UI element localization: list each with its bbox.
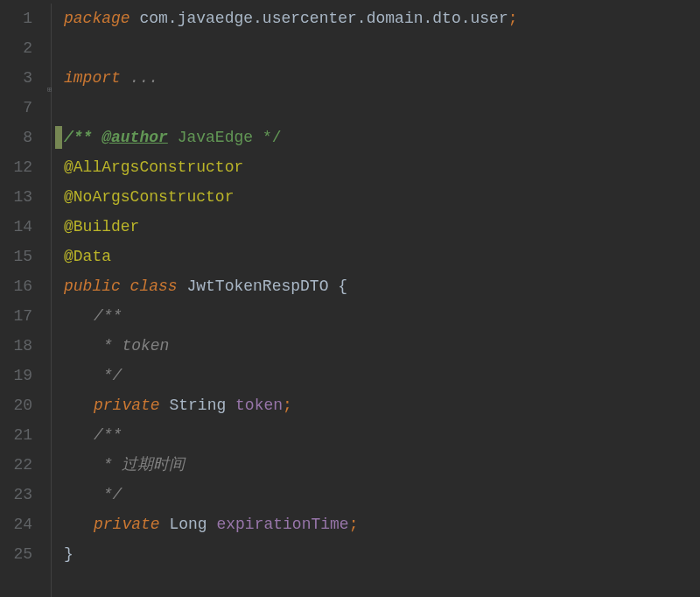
keyword-private: private bbox=[94, 516, 160, 533]
class-name: JwtTokenRespDTO bbox=[178, 277, 339, 295]
code-line-empty[interactable] bbox=[48, 93, 700, 123]
code-line[interactable]: /** bbox=[48, 301, 700, 331]
code-line[interactable]: @Builder bbox=[48, 212, 700, 242]
line-number[interactable]: 17 bbox=[0, 301, 32, 331]
line-number[interactable]: 1 bbox=[0, 4, 32, 33]
code-line[interactable]: /** @author JavaEdge */ bbox=[48, 123, 700, 152]
line-number[interactable]: 18 bbox=[0, 331, 32, 361]
annotation-noargs: @NoArgsConstructor bbox=[64, 188, 234, 206]
line-number[interactable]: 3 bbox=[0, 63, 32, 93]
code-line[interactable]: * token bbox=[48, 331, 700, 361]
code-line[interactable]: @Data bbox=[48, 242, 700, 271]
annotation-allargs: @AllArgsConstructor bbox=[64, 158, 243, 176]
line-number[interactable]: 16 bbox=[0, 271, 32, 301]
code-line[interactable]: private String token; bbox=[48, 390, 700, 420]
javadoc-close: */ bbox=[64, 367, 122, 384]
code-line[interactable]: public class JwtTokenRespDTO { bbox=[48, 271, 700, 301]
brace-open: { bbox=[338, 277, 347, 295]
code-editor: 1 2 3 7 8 12 13 14 15 16 17 18 19 20 21 … bbox=[0, 4, 700, 597]
line-number[interactable]: 22 bbox=[0, 450, 32, 480]
brace-close: } bbox=[64, 545, 74, 563]
field-expiration: expirationTime bbox=[216, 516, 348, 533]
javadoc-body: * token bbox=[64, 337, 169, 355]
javadoc-open: /** bbox=[64, 426, 122, 444]
line-number[interactable]: 19 bbox=[0, 361, 32, 390]
line-number[interactable]: 12 bbox=[0, 152, 32, 182]
package-path: com.javaedge.usercenter.domain.dto.user bbox=[130, 10, 508, 27]
keyword-import: import bbox=[64, 69, 121, 87]
keyword-package: package bbox=[64, 10, 130, 27]
keyword-public: public bbox=[64, 277, 121, 295]
javadoc-close: */ bbox=[64, 486, 122, 503]
field-token: token bbox=[235, 397, 283, 414]
line-number[interactable]: 2 bbox=[0, 33, 32, 63]
code-line[interactable]: private Long expirationTime; bbox=[48, 509, 700, 539]
type-string: String bbox=[160, 397, 235, 414]
type-long: Long bbox=[160, 516, 217, 533]
annotation-builder: @Builder bbox=[64, 218, 139, 235]
line-number[interactable]: 14 bbox=[0, 212, 32, 242]
javadoc-open: /** bbox=[64, 129, 102, 146]
code-area[interactable]: package com.javaedge.usercenter.domain.d… bbox=[48, 4, 700, 597]
javadoc-close: */ bbox=[262, 129, 282, 146]
line-number[interactable]: 8 bbox=[0, 123, 32, 152]
fold-expand-icon[interactable]: ⊞ bbox=[47, 75, 55, 83]
semicolon: ; bbox=[508, 10, 518, 27]
javadoc-author-tag: @author bbox=[102, 129, 168, 146]
line-gutter: 1 2 3 7 8 12 13 14 15 16 17 18 19 20 21 … bbox=[0, 4, 48, 597]
code-line[interactable]: * 过期时间 bbox=[48, 450, 700, 480]
code-line[interactable]: */ bbox=[48, 480, 700, 509]
javadoc-author-value: JavaEdge bbox=[168, 129, 262, 146]
line-number[interactable]: 24 bbox=[0, 509, 32, 539]
keyword-class: class bbox=[121, 277, 178, 295]
line-number[interactable]: 7 bbox=[0, 93, 32, 123]
javadoc-open: /** bbox=[64, 307, 122, 325]
folded-region[interactable]: ... bbox=[121, 69, 158, 87]
annotation-data: @Data bbox=[64, 248, 111, 265]
line-number[interactable]: 21 bbox=[0, 420, 32, 450]
cursor bbox=[55, 126, 62, 149]
keyword-private: private bbox=[94, 397, 160, 414]
line-number[interactable]: 15 bbox=[0, 242, 32, 271]
line-number[interactable]: 13 bbox=[0, 182, 32, 212]
code-line[interactable]: @AllArgsConstructor bbox=[48, 152, 700, 182]
line-number[interactable]: 23 bbox=[0, 480, 32, 509]
code-line-empty[interactable] bbox=[48, 33, 700, 63]
code-line[interactable]: package com.javaedge.usercenter.domain.d… bbox=[48, 4, 700, 33]
javadoc-body: * 过期时间 bbox=[64, 456, 185, 474]
code-line[interactable]: /** bbox=[48, 420, 700, 450]
code-line[interactable]: */ bbox=[48, 361, 700, 390]
code-line[interactable]: } bbox=[48, 539, 700, 569]
line-number[interactable]: 25 bbox=[0, 539, 32, 569]
code-line[interactable]: ⊞import ... bbox=[48, 63, 700, 93]
line-number[interactable]: 20 bbox=[0, 390, 32, 420]
code-line[interactable]: @NoArgsConstructor bbox=[48, 182, 700, 212]
semicolon: ; bbox=[349, 516, 359, 533]
semicolon: ; bbox=[283, 397, 292, 414]
